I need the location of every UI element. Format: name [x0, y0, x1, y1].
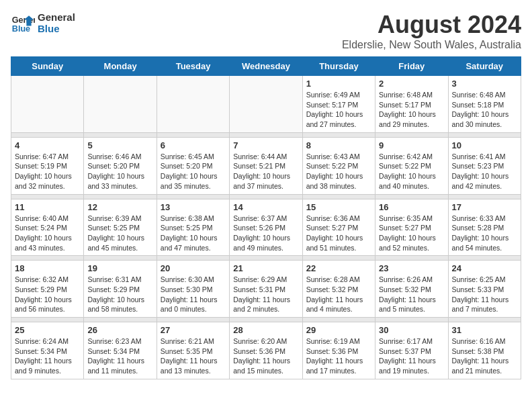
day-number: 28	[233, 325, 298, 335]
calendar-cell-29: 29Sunrise: 6:19 AMSunset: 5:36 PMDayligh…	[302, 322, 375, 379]
weekday-header-sunday: Sunday	[11, 57, 84, 76]
day-number: 27	[161, 325, 226, 335]
day-number: 7	[233, 140, 298, 150]
day-number: 30	[379, 325, 444, 335]
day-number: 17	[452, 202, 517, 212]
day-info: Sunrise: 6:48 AMSunset: 5:17 PMDaylight:…	[379, 90, 444, 130]
day-info: Sunrise: 6:37 AMSunset: 5:26 PMDaylight:…	[233, 214, 298, 253]
weekday-header-saturday: Saturday	[448, 57, 521, 76]
week-separator-3	[11, 256, 521, 261]
calendar-cell-5: 5Sunrise: 6:46 AMSunset: 5:20 PMDaylight…	[84, 137, 157, 194]
calendar-cell-23: 23Sunrise: 6:26 AMSunset: 5:32 PMDayligh…	[375, 261, 448, 318]
weekday-header-tuesday: Tuesday	[157, 57, 229, 76]
day-info: Sunrise: 6:43 AMSunset: 5:22 PMDaylight:…	[306, 152, 371, 191]
day-info: Sunrise: 6:49 AMSunset: 5:17 PMDaylight:…	[306, 90, 371, 130]
calendar-cell-8: 8Sunrise: 6:43 AMSunset: 5:22 PMDaylight…	[302, 137, 375, 194]
day-number: 11	[15, 202, 80, 212]
day-info: Sunrise: 6:45 AMSunset: 5:20 PMDaylight:…	[161, 152, 226, 191]
day-info: Sunrise: 6:20 AMSunset: 5:36 PMDaylight:…	[233, 336, 298, 376]
week-row-5: 25Sunrise: 6:24 AMSunset: 5:34 PMDayligh…	[11, 322, 521, 379]
day-info: Sunrise: 6:33 AMSunset: 5:28 PMDaylight:…	[452, 214, 517, 253]
calendar-cell-empty	[157, 76, 229, 133]
calendar-cell-24: 24Sunrise: 6:25 AMSunset: 5:33 PMDayligh…	[448, 261, 521, 318]
day-number: 15	[306, 202, 371, 212]
day-number: 16	[379, 202, 444, 212]
day-info: Sunrise: 6:42 AMSunset: 5:22 PMDaylight:…	[379, 152, 444, 191]
day-number: 9	[379, 140, 444, 150]
weekday-header-wednesday: Wednesday	[230, 57, 302, 76]
day-number: 31	[452, 325, 517, 335]
calendar-cell-28: 28Sunrise: 6:20 AMSunset: 5:36 PMDayligh…	[230, 322, 302, 379]
calendar-body: 1Sunrise: 6:49 AMSunset: 5:17 PMDaylight…	[11, 76, 521, 379]
calendar-cell-20: 20Sunrise: 6:30 AMSunset: 5:30 PMDayligh…	[157, 261, 229, 318]
calendar-cell-30: 30Sunrise: 6:17 AMSunset: 5:37 PMDayligh…	[375, 322, 448, 379]
day-number: 13	[161, 202, 226, 212]
calendar-title-area: August 2024 Elderslie, New South Wales, …	[342, 11, 521, 51]
calendar-cell-13: 13Sunrise: 6:38 AMSunset: 5:25 PMDayligh…	[157, 199, 229, 256]
day-info: Sunrise: 6:19 AMSunset: 5:36 PMDaylight:…	[306, 336, 371, 376]
day-info: Sunrise: 6:17 AMSunset: 5:37 PMDaylight:…	[379, 336, 444, 376]
day-info: Sunrise: 6:38 AMSunset: 5:25 PMDaylight:…	[161, 214, 226, 253]
day-info: Sunrise: 6:28 AMSunset: 5:32 PMDaylight:…	[306, 275, 371, 314]
day-number: 21	[233, 263, 298, 273]
calendar-cell-18: 18Sunrise: 6:32 AMSunset: 5:29 PMDayligh…	[11, 261, 84, 318]
day-number: 3	[452, 79, 517, 89]
calendar-cell-17: 17Sunrise: 6:33 AMSunset: 5:28 PMDayligh…	[448, 199, 521, 256]
calendar-cell-26: 26Sunrise: 6:23 AMSunset: 5:34 PMDayligh…	[84, 322, 157, 379]
weekday-header-thursday: Thursday	[302, 57, 375, 76]
day-number: 12	[87, 202, 152, 212]
day-info: Sunrise: 6:24 AMSunset: 5:34 PMDaylight:…	[15, 336, 80, 376]
calendar-cell-25: 25Sunrise: 6:24 AMSunset: 5:34 PMDayligh…	[11, 322, 84, 379]
week-row-2: 4Sunrise: 6:47 AMSunset: 5:19 PMDaylight…	[11, 137, 521, 194]
week-separator-2	[11, 194, 521, 199]
day-info: Sunrise: 6:16 AMSunset: 5:38 PMDaylight:…	[452, 336, 517, 376]
calendar-cell-10: 10Sunrise: 6:41 AMSunset: 5:23 PMDayligh…	[448, 137, 521, 194]
calendar-cell-7: 7Sunrise: 6:44 AMSunset: 5:21 PMDaylight…	[230, 137, 302, 194]
location-title: Elderslie, New South Wales, Australia	[342, 39, 521, 51]
day-info: Sunrise: 6:35 AMSunset: 5:27 PMDaylight:…	[379, 214, 444, 253]
day-number: 29	[306, 325, 371, 335]
calendar-cell-11: 11Sunrise: 6:40 AMSunset: 5:24 PMDayligh…	[11, 199, 84, 256]
day-number: 2	[379, 79, 444, 89]
calendar-table: SundayMondayTuesdayWednesdayThursdayFrid…	[11, 56, 521, 379]
day-number: 26	[87, 325, 152, 335]
day-info: Sunrise: 6:41 AMSunset: 5:23 PMDaylight:…	[452, 152, 517, 191]
day-number: 14	[233, 202, 298, 212]
calendar-cell-empty	[84, 76, 157, 133]
day-number: 1	[306, 79, 371, 89]
day-info: Sunrise: 6:30 AMSunset: 5:30 PMDaylight:…	[161, 275, 226, 314]
day-number: 25	[15, 325, 80, 335]
calendar-cell-6: 6Sunrise: 6:45 AMSunset: 5:20 PMDaylight…	[157, 137, 229, 194]
week-row-1: 1Sunrise: 6:49 AMSunset: 5:17 PMDaylight…	[11, 76, 521, 133]
day-number: 8	[306, 140, 371, 150]
weekday-header-row: SundayMondayTuesdayWednesdayThursdayFrid…	[11, 57, 521, 76]
logo: General Blue General Blue	[11, 11, 75, 35]
day-number: 20	[161, 263, 226, 273]
day-number: 18	[15, 263, 80, 273]
day-info: Sunrise: 6:25 AMSunset: 5:33 PMDaylight:…	[452, 275, 517, 314]
week-row-3: 11Sunrise: 6:40 AMSunset: 5:24 PMDayligh…	[11, 199, 521, 256]
calendar-cell-19: 19Sunrise: 6:31 AMSunset: 5:29 PMDayligh…	[84, 261, 157, 318]
week-separator-4	[11, 318, 521, 322]
day-number: 5	[87, 140, 152, 150]
weekday-header-friday: Friday	[375, 57, 448, 76]
calendar-cell-4: 4Sunrise: 6:47 AMSunset: 5:19 PMDaylight…	[11, 137, 84, 194]
day-number: 6	[161, 140, 226, 150]
logo-general: General	[38, 11, 75, 23]
calendar-cell-12: 12Sunrise: 6:39 AMSunset: 5:25 PMDayligh…	[84, 199, 157, 256]
day-info: Sunrise: 6:23 AMSunset: 5:34 PMDaylight:…	[87, 336, 152, 376]
day-info: Sunrise: 6:44 AMSunset: 5:21 PMDaylight:…	[233, 152, 298, 191]
day-info: Sunrise: 6:26 AMSunset: 5:32 PMDaylight:…	[379, 275, 444, 314]
weekday-header-monday: Monday	[84, 57, 157, 76]
week-separator-1	[11, 132, 521, 137]
month-title: August 2024	[342, 11, 521, 39]
day-number: 19	[87, 263, 152, 273]
calendar-cell-22: 22Sunrise: 6:28 AMSunset: 5:32 PMDayligh…	[302, 261, 375, 318]
calendar-cell-31: 31Sunrise: 6:16 AMSunset: 5:38 PMDayligh…	[448, 322, 521, 379]
calendar-cell-empty	[230, 76, 302, 133]
calendar-cell-14: 14Sunrise: 6:37 AMSunset: 5:26 PMDayligh…	[230, 199, 302, 256]
day-info: Sunrise: 6:47 AMSunset: 5:19 PMDaylight:…	[15, 152, 80, 191]
day-number: 23	[379, 263, 444, 273]
calendar-cell-2: 2Sunrise: 6:48 AMSunset: 5:17 PMDaylight…	[375, 76, 448, 133]
day-info: Sunrise: 6:46 AMSunset: 5:20 PMDaylight:…	[87, 152, 152, 191]
